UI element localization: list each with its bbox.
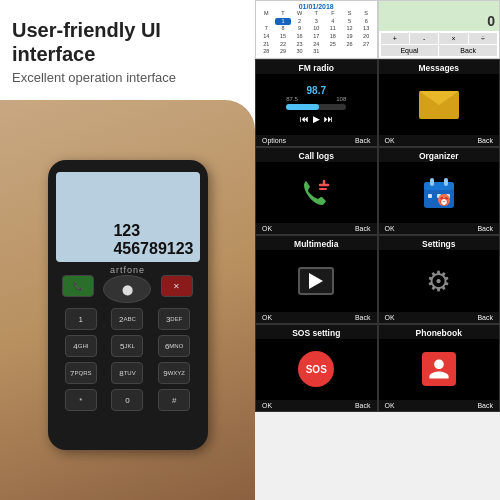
call-logs-back-button[interactable]: Back — [355, 225, 371, 232]
fm-prev-button[interactable]: ⏮ — [300, 114, 309, 124]
settings-footer: OK Back — [379, 312, 500, 323]
fm-back-button[interactable]: Back — [355, 137, 371, 144]
fm-controls: ⏮ ▶ ⏭ — [300, 114, 333, 124]
key-row-1: 1 2ABC 3DEF — [58, 308, 198, 330]
calc-multiply-button[interactable]: × — [439, 33, 467, 44]
key-7[interactable]: 7PQRS — [65, 362, 97, 384]
sos-icon: SOS — [298, 351, 334, 387]
settings-content: ⚙ — [379, 250, 500, 311]
fm-min-freq: 87.5 — [286, 96, 298, 102]
cal-day-s2: S — [358, 10, 375, 18]
key-star[interactable]: * — [65, 389, 97, 411]
calendar-screen: 01/01/2018 M T W T F S S 1 2 3 4 5 6 7 8… — [255, 0, 378, 59]
cal-cell: 24 — [308, 41, 325, 49]
gear-icon: ⚙ — [426, 265, 451, 298]
svg-rect-1 — [424, 182, 454, 190]
cal-cell: 27 — [358, 41, 375, 49]
messages-title: Messages — [379, 60, 500, 74]
cal-cell: 2 — [291, 18, 308, 26]
cal-day-m: M — [258, 10, 275, 18]
calc-back-button[interactable]: Back — [439, 45, 497, 56]
fm-icon: 98.7 87.5 108 ⏮ ▶ ⏭ — [286, 85, 346, 124]
fm-progress-bar — [286, 104, 346, 110]
nav-row: 📞 ⬤ ✕ — [58, 275, 198, 303]
key-5[interactable]: 5JKL — [111, 335, 143, 357]
sos-content: SOS — [256, 339, 377, 400]
fm-bar-fill — [286, 104, 319, 110]
cal-cell: 28 — [258, 48, 275, 56]
phonebook-ok-button[interactable]: OK — [385, 402, 395, 409]
cal-cell: 26 — [341, 41, 358, 49]
end-key[interactable]: ✕ — [161, 275, 193, 297]
messages-back-button[interactable]: Back — [477, 137, 493, 144]
messages-content — [379, 74, 500, 135]
cal-cell: 8 — [275, 25, 292, 33]
cal-cell: 17 — [308, 33, 325, 41]
calc-plus-button[interactable]: + — [381, 33, 409, 44]
call-logs-footer: OK Back — [256, 223, 377, 234]
cal-cell: 12 — [341, 25, 358, 33]
messages-screen: Messages OK Back — [378, 59, 501, 147]
key-9[interactable]: 9WXYZ — [158, 362, 190, 384]
cal-cell: 10 — [308, 25, 325, 33]
phonebook-back-button[interactable]: Back — [477, 402, 493, 409]
key-6[interactable]: 6MNO — [158, 335, 190, 357]
svg-rect-2 — [430, 178, 434, 186]
key-hash[interactable]: # — [158, 389, 190, 411]
cal-cell — [258, 18, 275, 26]
sos-ok-button[interactable]: OK — [262, 402, 272, 409]
key-2[interactable]: 2ABC — [111, 308, 143, 330]
calc-display-value: 0 — [487, 13, 495, 29]
organizer-content: ⏰ — [379, 162, 500, 223]
contact-icon — [422, 352, 456, 386]
key-3[interactable]: 3DEF — [158, 308, 190, 330]
key-4[interactable]: 4GHI — [65, 335, 97, 357]
calc-equal-button[interactable]: Equal — [381, 45, 439, 56]
sos-back-button[interactable]: Back — [355, 402, 371, 409]
sos-footer: OK Back — [256, 400, 377, 411]
calendar-header: 01/01/2018 — [258, 3, 375, 10]
phonebook-footer: OK Back — [379, 400, 500, 411]
nav-key[interactable]: ⬤ — [103, 275, 151, 303]
settings-back-button[interactable]: Back — [477, 314, 493, 321]
organizer-back-button[interactable]: Back — [477, 225, 493, 232]
calculator-screen: 0 + - × ÷ Equal Back — [378, 0, 501, 59]
cal-cell: 15 — [275, 33, 292, 41]
cal-cell: 25 — [325, 41, 342, 49]
multimedia-ok-button[interactable]: OK — [262, 314, 272, 321]
cal-cell: 13 — [358, 25, 375, 33]
fm-play-button[interactable]: ▶ — [313, 114, 320, 124]
settings-ok-button[interactable]: OK — [385, 314, 395, 321]
calc-minus-button[interactable]: - — [410, 33, 438, 44]
tv-icon — [298, 267, 334, 295]
cal-cell: 30 — [291, 48, 308, 56]
key-row-4: * 0 # — [58, 389, 198, 411]
multimedia-content — [256, 250, 377, 311]
cal-cell: 9 — [291, 25, 308, 33]
fm-max-freq: 108 — [336, 96, 346, 102]
cal-cell — [358, 48, 375, 56]
svg-rect-3 — [444, 178, 448, 186]
cal-cell: 19 — [341, 33, 358, 41]
key-0[interactable]: 0 — [111, 389, 143, 411]
fm-next-button[interactable]: ⏭ — [324, 114, 333, 124]
cal-cell: 22 — [275, 41, 292, 49]
call-key[interactable]: 📞 — [62, 275, 94, 297]
phonebook-content — [379, 339, 500, 400]
key-1[interactable]: 1 — [65, 308, 97, 330]
messages-ok-button[interactable]: OK — [385, 137, 395, 144]
organizer-ok-button[interactable]: OK — [385, 225, 395, 232]
messages-footer: OK Back — [379, 135, 500, 146]
fm-radio-footer: Options Back — [256, 135, 377, 146]
calc-divide-button[interactable]: ÷ — [469, 33, 497, 44]
key-8[interactable]: 8TUV — [111, 362, 143, 384]
sos-title: SOS setting — [256, 325, 377, 339]
svg-text:⏰: ⏰ — [439, 196, 449, 206]
call-logs-ok-button[interactable]: OK — [262, 225, 272, 232]
calendar-icon: ⏰ — [422, 176, 456, 210]
cal-cell: 11 — [325, 25, 342, 33]
key-row-3: 7PQRS 8TUV 9WXYZ — [58, 362, 198, 384]
multimedia-back-button[interactable]: Back — [355, 314, 371, 321]
fm-options-button[interactable]: Options — [262, 137, 286, 144]
calculator-buttons: + - × ÷ Equal Back — [379, 31, 500, 58]
